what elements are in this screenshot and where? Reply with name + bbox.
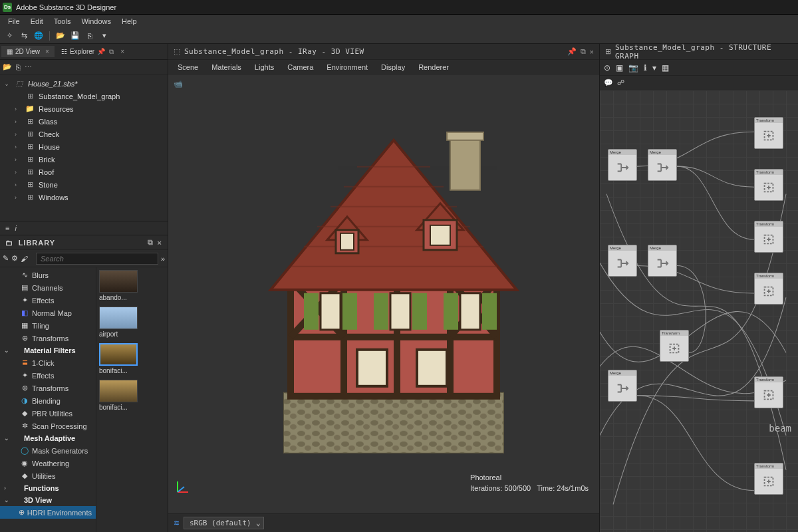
menu-lights[interactable]: Lights: [249, 62, 279, 72]
pin-icon[interactable]: 📌: [567, 47, 577, 56]
new-icon[interactable]: ✧: [3, 29, 16, 43]
dropdown-icon[interactable]: ▾: [98, 29, 111, 43]
menu-camera[interactable]: Camera: [282, 62, 319, 72]
library-category-item[interactable]: ✦Effects: [0, 294, 96, 307]
tree-item[interactable]: ›⊞Windows: [1, 191, 166, 203]
chevron-right-icon[interactable]: ›: [15, 156, 21, 163]
more-icon[interactable]: ⋯: [25, 63, 32, 71]
close-icon[interactable]: ×: [120, 48, 124, 55]
library-category-item[interactable]: ⊕Transforms: [0, 382, 96, 394]
chevron-right-icon[interactable]: ›: [15, 106, 21, 112]
open-folder-icon[interactable]: 📂: [3, 63, 12, 71]
menu-environment[interactable]: Environment: [321, 62, 373, 72]
tree-item[interactable]: ›📁Resources: [1, 102, 166, 115]
tree-root[interactable]: ⌄ ⬚ House_21.sbs*: [1, 77, 166, 90]
tree-item[interactable]: ›⊞Stone: [1, 178, 166, 191]
graph-node[interactable]: Merge: [648, 245, 677, 277]
menu-renderer[interactable]: Renderer: [413, 62, 454, 72]
settings-icon[interactable]: ⚙: [11, 254, 18, 263]
library-category-item[interactable]: ✦Effects: [0, 369, 96, 382]
library-category-item[interactable]: ⊕HDRI Environments: [0, 506, 96, 519]
close-icon[interactable]: ×: [590, 48, 594, 56]
menu-edit[interactable]: Edit: [25, 16, 49, 27]
library-category-item[interactable]: ✲Scan Processing: [0, 420, 96, 432]
comment-icon[interactable]: 💬: [604, 78, 613, 87]
graph-canvas[interactable]: beam MergeMergeTransformTransformTransfo…: [600, 90, 798, 532]
camera-icon[interactable]: 📹: [174, 80, 183, 88]
save-icon[interactable]: 💾: [68, 29, 82, 43]
pin-icon[interactable]: 📌: [97, 48, 105, 55]
library-thumbnail[interactable]: abando...: [99, 270, 165, 301]
library-category-item[interactable]: ∿Blurs: [0, 269, 96, 281]
chevron-right-icon[interactable]: ›: [15, 118, 21, 125]
info-icon[interactable]: ℹ: [644, 63, 647, 72]
chevron-right-icon[interactable]: ›: [15, 131, 21, 138]
graph-node[interactable]: Transform: [754, 376, 783, 408]
tree-item[interactable]: ›⊞Roof: [1, 166, 166, 178]
open-icon[interactable]: 📂: [54, 29, 67, 43]
library-thumbnail[interactable]: bonifaci...: [99, 343, 165, 374]
properties-icon[interactable]: ≡: [5, 224, 9, 232]
menu-file[interactable]: File: [3, 16, 25, 27]
tree-item[interactable]: ›⊞Glass: [1, 115, 166, 128]
brush-icon[interactable]: 🖌: [21, 255, 28, 263]
library-category-item[interactable]: ◆PBR Utilities: [0, 407, 96, 420]
grid-icon[interactable]: ▦: [662, 63, 669, 72]
viewport-3d[interactable]: 📹: [168, 74, 599, 513]
library-category-item[interactable]: ◑Blending: [0, 394, 96, 407]
library-category-item[interactable]: ◯Mask Generators: [0, 444, 96, 457]
menu-help[interactable]: Help: [116, 16, 142, 27]
chevron-down-icon[interactable]: ▾: [652, 63, 656, 72]
menu-windows[interactable]: Windows: [76, 16, 116, 27]
library-category-item[interactable]: ◉Weathering: [0, 457, 96, 469]
popout-icon[interactable]: ⧉: [109, 48, 114, 56]
menu-display[interactable]: Display: [376, 62, 410, 72]
library-category-header[interactable]: ›Functions: [0, 482, 96, 494]
library-category-item[interactable]: ≣1-Click: [0, 356, 96, 369]
library-thumbnail[interactable]: airport: [99, 307, 165, 338]
saveall-icon[interactable]: ⎘: [83, 29, 96, 43]
tab-explorer[interactable]: ☷ Explorer 📌 ⧉ ×: [56, 46, 130, 58]
library-category-header[interactable]: ⌄3D View: [0, 494, 96, 506]
tree-item[interactable]: ›⊞Brick: [1, 153, 166, 166]
library-category-header[interactable]: ⌄Mesh Adaptive: [0, 432, 96, 444]
menu-tools[interactable]: Tools: [49, 16, 76, 27]
target-icon[interactable]: ⊙: [604, 63, 610, 72]
graph-node[interactable]: Transform: [754, 169, 783, 201]
chevron-right-icon[interactable]: ›: [15, 182, 21, 188]
chevron-down-icon[interactable]: ⌄: [4, 80, 11, 87]
tree-item[interactable]: ›⊞Check: [1, 128, 166, 140]
graph-node[interactable]: Transform: [754, 273, 783, 305]
library-category-item[interactable]: ⊕Transforms: [0, 332, 96, 344]
chevron-right-icon[interactable]: ›: [15, 144, 21, 150]
menu-materials[interactable]: Materials: [206, 62, 247, 72]
layers-icon[interactable]: ≋: [174, 519, 180, 527]
graph-node[interactable]: Transform: [754, 117, 783, 149]
link-icon[interactable]: ⇆: [17, 29, 31, 43]
chevron-right-icon[interactable]: ›: [15, 194, 21, 201]
graph-node[interactable]: Merge: [608, 149, 637, 181]
link-icon[interactable]: ☍: [617, 78, 624, 87]
popout-icon[interactable]: ⧉: [581, 47, 586, 56]
library-category-item[interactable]: ▦Tiling: [0, 319, 96, 332]
tab-2d-view[interactable]: ▦ 2D View ×: [1, 46, 55, 57]
tree-item[interactable]: ⊞Substance_Model_graph: [1, 90, 166, 102]
fit-icon[interactable]: ▣: [616, 63, 623, 72]
popout-icon[interactable]: ⧉: [148, 238, 154, 247]
search-more-icon[interactable]: »: [161, 255, 165, 263]
library-category-item[interactable]: ◧Normal Map: [0, 307, 96, 319]
edit-icon[interactable]: ✎: [3, 254, 9, 263]
close-icon[interactable]: ×: [158, 239, 162, 247]
chevron-right-icon[interactable]: ›: [15, 169, 21, 176]
library-category-header[interactable]: ⌄Material Filters: [0, 344, 96, 356]
graph-node[interactable]: Merge: [608, 245, 637, 277]
colorspace-dropdown[interactable]: sRGB (default): [184, 517, 264, 529]
info-icon[interactable]: i: [15, 224, 16, 232]
graph-node[interactable]: Transform: [754, 221, 783, 253]
tree-item[interactable]: ›⊞House: [1, 140, 166, 153]
graph-node[interactable]: Merge: [608, 370, 637, 402]
graph-node[interactable]: Merge: [648, 149, 677, 181]
graph-node[interactable]: Transform: [660, 330, 689, 362]
library-category-item[interactable]: ▤Channels: [0, 281, 96, 294]
library-search-input[interactable]: [36, 253, 158, 265]
